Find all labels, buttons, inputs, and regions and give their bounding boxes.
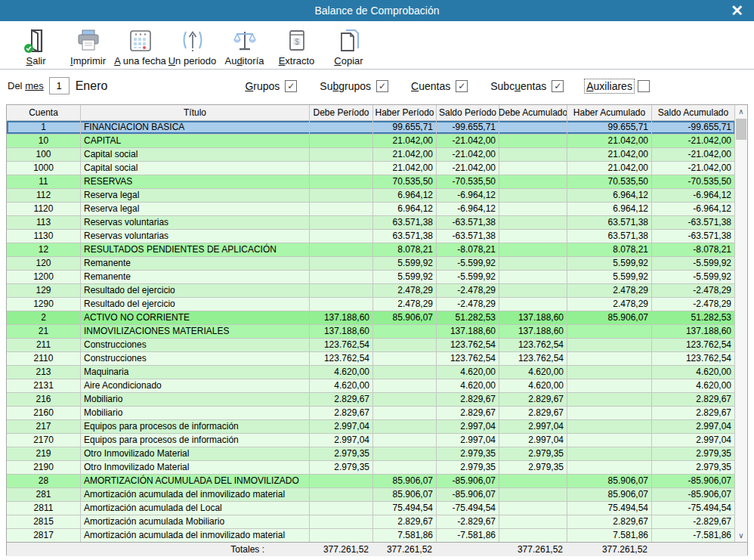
subgrupos-checkbox[interactable]: ✓ xyxy=(376,80,388,92)
table-row[interactable]: 219Otro Inmovilizado Material2.979,352.9… xyxy=(7,447,735,461)
imprimir-button[interactable]: Imprimir xyxy=(62,21,114,69)
extracto-button[interactable]: $ Extracto xyxy=(270,21,323,69)
cuentas-checkbox[interactable]: ✓ xyxy=(456,80,468,92)
cell-debe_acumulado xyxy=(499,298,567,311)
extracto-label: Extracto xyxy=(279,55,315,67)
table-row[interactable]: 217Equipos para procesos de información2… xyxy=(7,420,735,434)
table-row[interactable]: 112Reserva legal6.964,12-6.964,126.964,1… xyxy=(7,189,735,203)
table-row[interactable]: 1290Resultado del ejercicio2.478,29-2.47… xyxy=(7,298,735,311)
cell-haber_periodo: 7.581,86 xyxy=(373,529,437,542)
table-row[interactable]: 10CAPITAL21.042,00-21.042,0021.042,00-21… xyxy=(7,135,735,148)
table-row[interactable]: 2110Construcciones123.762,54123.762,5412… xyxy=(7,352,735,366)
table-row[interactable]: 2170Equipos para procesos de información… xyxy=(7,434,735,447)
cell-titulo: Remanente xyxy=(81,257,310,270)
cell-haber_acumulado: 75.494,54 xyxy=(567,502,652,515)
cell-cuenta: 1 xyxy=(7,121,81,134)
cell-titulo: Reserva legal xyxy=(81,189,310,202)
cell-haber_periodo: 85.906,07 xyxy=(373,488,437,501)
cell-saldo_periodo: -85.906,07 xyxy=(437,488,499,501)
cell-titulo: Construcciones xyxy=(81,352,310,365)
cell-debe_periodo xyxy=(310,243,373,256)
table-row[interactable]: 1000Capital social21.042,00-21.042,0021.… xyxy=(7,162,735,175)
subcuentas-checkbox[interactable]: ✓ xyxy=(552,80,564,92)
cell-debe_periodo xyxy=(310,203,373,215)
checkbox-subgrupos[interactable]: Subgrupos✓ xyxy=(318,79,388,93)
table-row[interactable]: 120Remanente5.599,92-5.599,925.599,92-5.… xyxy=(7,257,735,271)
table-row[interactable]: 213Maquinaria4.620,004.620,004.620,004.6… xyxy=(7,366,735,379)
cell-titulo: Reservas voluntarias xyxy=(81,216,310,229)
table-row[interactable]: 21INMOVILIZACIONES MATERIALES137.188,601… xyxy=(7,325,735,339)
table-row[interactable]: 211Construcciones123.762,54123.762,54123… xyxy=(7,339,735,352)
table-row[interactable]: 12RESULTADOS PENDIENTES DE APLICACIÓN8.0… xyxy=(7,243,735,257)
un-periodo-button[interactable]: Un periodo xyxy=(166,21,218,69)
table-row[interactable]: 2190Otro Inmovilizado Material2.979,352.… xyxy=(7,461,735,475)
auditoria-label: Auditoría xyxy=(224,55,264,67)
a-una-fecha-button[interactable]: A una fecha xyxy=(114,21,166,69)
salir-button[interactable]: Salir xyxy=(10,21,62,69)
table-row[interactable]: 216Mobiliario2.829,672.829,672.829,672.8… xyxy=(7,393,735,407)
cell-haber_acumulado xyxy=(567,434,652,447)
cell-saldo_periodo: -99.655,71 xyxy=(437,121,499,134)
table-row[interactable]: 1FINANCIACION BASICA99.655,71-99.655,719… xyxy=(7,121,735,135)
checkbox-subcuentas[interactable]: Subcuentas✓ xyxy=(489,79,564,93)
cell-haber_acumulado xyxy=(567,393,652,406)
table-row[interactable]: 129Resultado del ejercicio2.478,29-2.478… xyxy=(7,284,735,298)
cell-saldo_acumulado: -99.655,71 xyxy=(652,121,735,134)
cell-saldo_periodo: -70.535,50 xyxy=(437,175,499,188)
cell-cuenta: 2811 xyxy=(7,502,81,515)
table-row[interactable]: 1120Reserva legal6.964,12-6.964,126.964,… xyxy=(7,203,735,216)
table-row[interactable]: 2ACTIVO NO CORRIENTE137.188,6085.906,075… xyxy=(7,311,735,325)
close-icon[interactable]: ✕ xyxy=(731,1,743,20)
table-row[interactable]: 11RESERVAS70.535,50-70.535,5070.535,50-7… xyxy=(7,175,735,189)
cell-debe_periodo xyxy=(310,271,373,283)
cell-saldo_periodo: -2.829,67 xyxy=(437,515,499,528)
cell-titulo: Capital social xyxy=(81,148,310,161)
table-body: 1FINANCIACION BASICA99.655,71-99.655,719… xyxy=(7,121,735,542)
table-row[interactable]: 100Capital social21.042,00-21.042,0021.0… xyxy=(7,148,735,162)
cell-saldo_acumulado: -21.042,00 xyxy=(652,162,735,175)
checkbox-cuentas[interactable]: Cuentas✓ xyxy=(409,79,468,93)
cell-saldo_acumulado: 4.620,00 xyxy=(652,379,735,392)
checkbox-group: Grupos✓Subgrupos✓Cuentas✓Subcuentas✓Auxi… xyxy=(243,79,671,93)
auditoria-button[interactable]: Auditoría xyxy=(218,21,270,69)
cell-titulo: CAPITAL xyxy=(81,135,310,147)
checkbox-auxiliares[interactable]: Auxiliares xyxy=(585,79,650,93)
cell-saldo_acumulado: -2.478,29 xyxy=(652,298,735,311)
cell-titulo: Remanente xyxy=(81,271,310,283)
auxiliares-checkbox[interactable] xyxy=(638,80,650,92)
mes-input[interactable] xyxy=(49,77,70,94)
cell-saldo_acumulado: 123.762,54 xyxy=(652,352,735,365)
table-row[interactable]: 28AMORTIZACIÓN ACUMULADA DEL INMOVILIZAD… xyxy=(7,475,735,488)
cell-saldo_periodo: -2.478,29 xyxy=(437,298,499,311)
checkbox-grupos[interactable]: Grupos✓ xyxy=(243,79,297,93)
cell-titulo: Equipos para procesos de información xyxy=(81,420,310,433)
table-row[interactable]: 1200Remanente5.599,92-5.599,925.599,92-5… xyxy=(7,271,735,284)
cell-titulo: Mobiliario xyxy=(81,407,310,419)
scroll-down-icon[interactable]: ∨ xyxy=(735,529,747,542)
cell-saldo_acumulado: -5.599,92 xyxy=(652,257,735,270)
scroll-up-icon[interactable]: ∧ xyxy=(735,105,747,118)
cell-haber_acumulado: 6.964,12 xyxy=(567,189,652,202)
cell-saldo_periodo: -6.964,12 xyxy=(437,189,499,202)
grupos-checkbox[interactable]: ✓ xyxy=(285,80,297,92)
cell-haber_acumulado: 21.042,00 xyxy=(567,148,652,161)
table-row[interactable]: 281Amortización acumulada del inmoviliza… xyxy=(7,488,735,502)
cell-debe_acumulado xyxy=(499,121,567,134)
table-row[interactable]: 2131Aire Acondicionado4.620,004.620,004.… xyxy=(7,379,735,393)
table-row[interactable]: 1130Reservas voluntarias63.571,38-63.571… xyxy=(7,230,735,243)
cell-cuenta: 2190 xyxy=(7,461,81,474)
table-row[interactable]: 2815Amortización acumulada Mobiliario2.8… xyxy=(7,515,735,529)
copiar-button[interactable]: Copiar xyxy=(323,21,375,69)
cell-haber_periodo: 85.906,07 xyxy=(373,475,437,487)
cell-haber_periodo: 2.478,29 xyxy=(373,298,437,311)
cell-cuenta: 1120 xyxy=(7,203,81,215)
table-row[interactable]: 2811Amortización acumulada del Local75.4… xyxy=(7,502,735,515)
cell-debe_acumulado: 123.762,54 xyxy=(499,339,567,351)
scrollbar-thumb[interactable] xyxy=(736,119,746,140)
table-row[interactable]: 113Reservas voluntarias63.571,38-63.571,… xyxy=(7,216,735,230)
cell-debe_acumulado xyxy=(499,135,567,147)
cell-saldo_periodo: -6.964,12 xyxy=(437,203,499,215)
table-row[interactable]: 2817Amortización acumulada del inmoviliz… xyxy=(7,529,735,542)
table-row[interactable]: 2160Mobiliario2.829,672.829,672.829,672.… xyxy=(7,407,735,420)
vertical-scrollbar[interactable]: ∧ ∨ xyxy=(734,105,747,542)
